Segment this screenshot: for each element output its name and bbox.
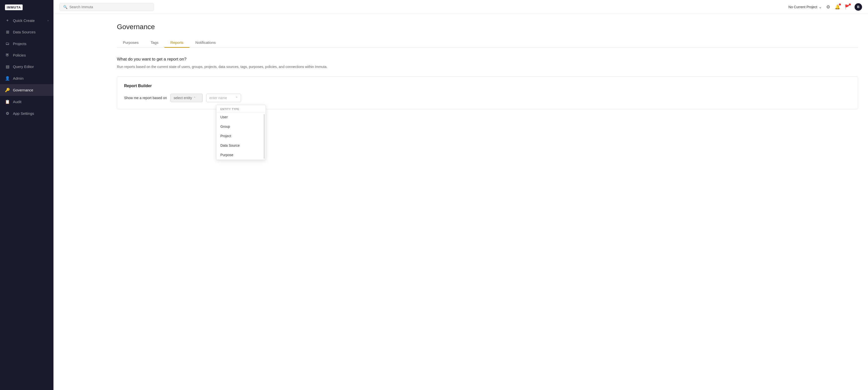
entity-dropdown: Entity Type UserGroupProjectData SourceP… <box>216 105 266 160</box>
report-builder-title: Report Builder <box>124 84 851 88</box>
enter-name-input[interactable]: enter name ⌃ <box>206 94 241 102</box>
page-title: Governance <box>117 23 858 31</box>
logo-text: IMMUTA <box>5 4 23 10</box>
dropdown-header: Entity Type <box>216 105 266 112</box>
report-row: Show me a report based on select entity … <box>124 94 851 102</box>
projects-icon: 🗂 <box>5 41 10 46</box>
sidebar-item-label-quick-create: Quick Create <box>13 19 44 23</box>
enter-name-chevron-icon: ⌃ <box>236 96 238 100</box>
chevron-down-icon: ⌄ <box>819 5 822 9</box>
search-box[interactable]: 🔍 <box>59 3 154 11</box>
sidebar-item-app-settings[interactable]: ⚙ App Settings <box>0 108 54 119</box>
sidebar-item-label-policies: Policies <box>13 53 49 57</box>
sidebar-item-label-admin: Admin <box>13 76 49 80</box>
dropdown-item-group[interactable]: Group <box>216 122 266 131</box>
app-settings-icon: ⚙ <box>5 111 10 116</box>
arrow-icon: › <box>48 19 49 22</box>
project-selector[interactable]: No Current Project ⌄ <box>788 5 822 9</box>
report-section: What do you want to get a report on? Run… <box>117 57 858 109</box>
select-entity-chevron-icon: ⌃ <box>193 96 196 100</box>
topbar: 🔍 No Current Project ⌄ ⚙ 🔔 🚩 B <box>54 0 868 14</box>
sidebar-item-label-audit: Audit <box>13 100 49 104</box>
tab-tags[interactable]: Tags <box>145 38 164 48</box>
notification-badge <box>839 3 841 5</box>
main-content: Governance PurposesTagsReportsNotificati… <box>107 14 868 390</box>
logo: IMMUTA <box>0 0 54 15</box>
select-entity-dropdown[interactable]: select entity ⌃ <box>170 94 203 102</box>
search-input[interactable] <box>69 5 150 9</box>
policies-icon: ⛨ <box>5 53 10 57</box>
sidebar: IMMUTA + Quick Create › ⊞ Data Sources 🗂… <box>0 0 54 390</box>
dropdown-item-user[interactable]: User <box>216 112 266 122</box>
query-editor-icon: ▤ <box>5 64 10 69</box>
sidebar-item-query-editor[interactable]: ▤ Query Editor <box>0 61 54 73</box>
search-icon: 🔍 <box>63 5 67 9</box>
report-question: What do you want to get a report on? <box>117 57 858 62</box>
sidebar-item-quick-create[interactable]: + Quick Create › <box>0 15 54 26</box>
sidebar-item-policies[interactable]: ⛨ Policies <box>0 49 54 61</box>
dropdown-item-project[interactable]: Project <box>216 131 266 141</box>
scrollbar[interactable] <box>264 114 265 159</box>
tab-notifications[interactable]: Notifications <box>189 38 222 48</box>
sidebar-item-label-query-editor: Query Editor <box>13 64 49 69</box>
notifications-icon[interactable]: 🔔 <box>835 4 840 10</box>
avatar[interactable]: B <box>855 3 862 11</box>
project-label: No Current Project <box>788 5 817 9</box>
sidebar-item-admin[interactable]: 👤 Admin <box>0 73 54 84</box>
topbar-right: No Current Project ⌄ ⚙ 🔔 🚩 B <box>788 3 862 11</box>
data-sources-icon: ⊞ <box>5 30 10 34</box>
dropdown-item-purpose[interactable]: Purpose <box>216 150 266 160</box>
admin-icon: 👤 <box>5 76 10 81</box>
sidebar-item-label-data-sources: Data Sources <box>13 30 49 34</box>
report-row-label: Show me a report based on <box>124 96 167 100</box>
tab-purposes[interactable]: Purposes <box>117 38 145 48</box>
audit-icon: 📋 <box>5 100 10 104</box>
tabs-container: PurposesTagsReportsNotifications <box>117 38 858 48</box>
dropdown-item-data-source[interactable]: Data Source <box>216 141 266 150</box>
flag-badge <box>849 3 851 5</box>
select-entity-label: select entity <box>174 96 192 100</box>
enter-name-label: enter name <box>209 96 227 100</box>
sidebar-item-label-projects: Projects <box>13 41 49 46</box>
governance-icon: 🔑 <box>5 88 10 92</box>
sidebar-item-label-governance: Governance <box>13 88 49 92</box>
flag-icon[interactable]: 🚩 <box>845 4 850 10</box>
settings-icon[interactable]: ⚙ <box>826 4 830 10</box>
sidebar-item-audit[interactable]: 📋 Audit <box>0 96 54 108</box>
sidebar-item-governance[interactable]: 🔑 Governance <box>0 84 54 96</box>
report-builder: Report Builder Show me a report based on… <box>117 77 858 109</box>
tab-reports[interactable]: Reports <box>164 38 189 48</box>
sidebar-item-data-sources[interactable]: ⊞ Data Sources <box>0 26 54 38</box>
quick-create-icon: + <box>5 18 10 23</box>
sidebar-item-label-app-settings: App Settings <box>13 111 49 116</box>
report-description: Run reports based on the current state o… <box>117 64 858 69</box>
sidebar-item-projects[interactable]: 🗂 Projects <box>0 38 54 49</box>
